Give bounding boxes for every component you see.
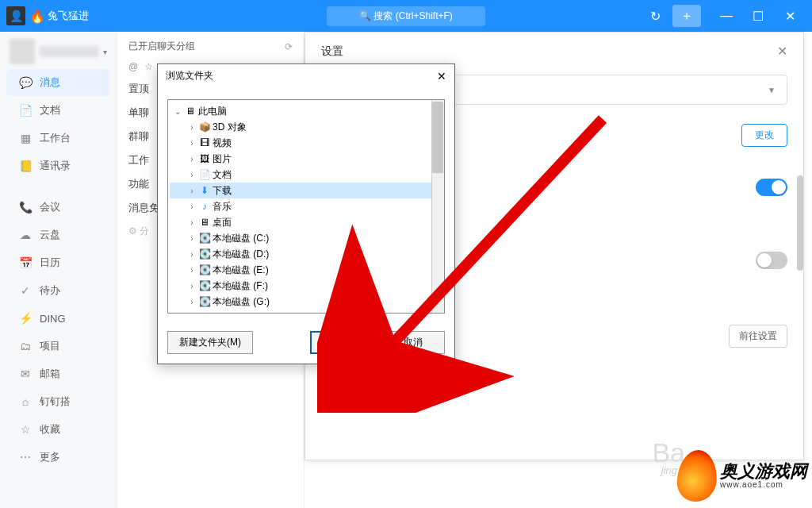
dialog-close-button[interactable]: ✕ <box>437 70 446 83</box>
at-filter[interactable]: @ <box>128 61 138 72</box>
username-blur <box>40 46 98 57</box>
tree-label: 本地磁盘 (F:) <box>213 279 268 293</box>
sidebar-item-3[interactable]: 📒通讯录 <box>6 152 110 179</box>
settings-title: 设置 <box>321 44 343 59</box>
tree-item-5[interactable]: ›♪音乐 <box>170 198 442 214</box>
tree-item-0[interactable]: ›📦3D 对象 <box>170 119 442 135</box>
nav-icon: ⌂ <box>19 395 32 408</box>
nav-label: 工作台 <box>40 131 71 145</box>
tree-item-11[interactable]: ›💽本地磁盘 (G:) <box>170 294 442 310</box>
scroll-thumb[interactable] <box>432 102 443 173</box>
tree-label: 下载 <box>213 184 232 198</box>
nav-icon: ⋯ <box>19 451 32 464</box>
search-placeholder: 搜索 (Ctrl+Shift+F) <box>373 10 452 21</box>
global-search[interactable]: 🔍 搜索 (Ctrl+Shift+F) <box>327 6 485 26</box>
tree-label: 本地磁盘 (C:) <box>213 232 269 245</box>
nav-label: 会议 <box>40 200 60 214</box>
tree-item-8[interactable]: ›💽本地磁盘 (D:) <box>170 246 442 262</box>
tree-item-7[interactable]: ›💽本地磁盘 (C:) <box>170 230 442 246</box>
expand-icon[interactable]: › <box>187 250 197 259</box>
tree-label: 桌面 <box>213 216 232 229</box>
expand-icon[interactable]: › <box>187 123 197 132</box>
tree-item-9[interactable]: ›💽本地磁盘 (E:) <box>170 262 442 278</box>
main-sidebar: ▾ 💬消息📄文档▦工作台📒通讯录📞会议☁云盘📅日历✓待办⚡DING🗂项目✉邮箱⌂… <box>0 32 117 508</box>
sidebar-item-10[interactable]: ✉邮箱 <box>6 360 110 387</box>
window-title: 兔飞猛进 <box>48 9 89 23</box>
computer-icon: 🖥 <box>184 105 197 117</box>
tree-item-2[interactable]: ›🖼图片 <box>170 151 442 167</box>
add-button[interactable]: ＋ <box>672 5 701 27</box>
titlebar-actions: ↻ ＋ — ☐ ✕ <box>641 0 806 32</box>
tree-label: 音乐 <box>213 200 232 214</box>
efficiency-settings-button[interactable]: 前往设置 <box>729 325 787 348</box>
expand-icon[interactable]: › <box>187 155 197 164</box>
settings-scrollbar[interactable] <box>797 175 803 271</box>
window-controls: — ☐ ✕ <box>710 0 806 32</box>
refresh-icon[interactable]: ⟳ <box>285 41 293 52</box>
sidebar-item-5[interactable]: ☁云盘 <box>6 221 110 248</box>
nav-label: 钉钉搭 <box>40 394 71 409</box>
conv-header: 已开启聊天分组 ⟳ <box>128 40 293 53</box>
cancel-button[interactable]: 取消 <box>381 331 445 354</box>
tree-item-3[interactable]: ›📄文档 <box>170 167 442 183</box>
expand-icon[interactable]: › <box>187 171 197 179</box>
sidebar-item-9[interactable]: 🗂项目 <box>6 333 110 360</box>
sidebar-user[interactable]: ▾ <box>0 35 117 68</box>
toggle-off[interactable] <box>756 252 787 269</box>
collapse-icon[interactable]: ⌄ <box>173 107 182 116</box>
user-avatar[interactable]: 👤 <box>6 6 25 25</box>
tree-item-6[interactable]: ›🖥桌面 <box>170 214 442 230</box>
app-titlebar: 👤 🔥 兔飞猛进 🔍 搜索 (Ctrl+Shift+F) ↻ ＋ — ☐ ✕ <box>0 0 812 32</box>
sidebar-item-8[interactable]: ⚡DING <box>6 305 110 332</box>
sidebar-item-6[interactable]: 📅日历 <box>6 249 110 276</box>
sidebar-item-12[interactable]: ☆收藏 <box>6 416 110 443</box>
tree-item-10[interactable]: ›💽本地磁盘 (F:) <box>170 278 442 294</box>
flame-icon <box>676 450 718 502</box>
maximize-button[interactable]: ☐ <box>742 0 774 32</box>
history-button[interactable]: ↻ <box>641 5 669 27</box>
change-button[interactable]: 更改 <box>741 124 787 147</box>
folder-icon: 🖥 <box>198 216 211 229</box>
expand-icon[interactable]: › <box>187 282 197 291</box>
sidebar-item-11[interactable]: ⌂钉钉搭 <box>6 388 110 415</box>
star-filter[interactable]: ☆ <box>144 61 153 72</box>
nav-label: 项目 <box>40 339 60 353</box>
settings-header: 设置 ✕ <box>321 44 787 59</box>
nav-icon: 📒 <box>19 160 32 172</box>
expand-icon[interactable]: › <box>187 218 197 227</box>
expand-icon[interactable]: › <box>187 202 197 211</box>
sidebar-item-0[interactable]: 💬消息 <box>6 69 110 96</box>
folder-icon: ⬇ <box>198 184 211 197</box>
settings-close-button[interactable]: ✕ <box>777 44 787 59</box>
folder-icon: 🎞 <box>198 137 211 149</box>
nav-label: 日历 <box>40 256 60 270</box>
toggle-on[interactable] <box>756 179 787 196</box>
nav-label: 收藏 <box>40 422 60 437</box>
expand-icon[interactable]: › <box>187 139 197 148</box>
tree-label: 图片 <box>213 152 232 166</box>
ok-button[interactable]: 确定 <box>310 331 373 354</box>
sidebar-item-13[interactable]: ⋯更多 <box>6 444 110 471</box>
nav-icon: 📞 <box>19 201 32 214</box>
tree-item-1[interactable]: ›🎞视频 <box>170 135 442 151</box>
expand-icon[interactable]: › <box>187 298 197 306</box>
expand-icon[interactable]: › <box>187 266 197 275</box>
nav-label: 消息 <box>40 75 60 90</box>
expand-icon[interactable]: › <box>187 234 197 243</box>
new-folder-button[interactable]: 新建文件夹(M) <box>167 331 253 354</box>
sidebar-item-1[interactable]: 📄文档 <box>6 97 110 124</box>
folder-browser-dialog: 浏览文件夹 ✕ ⌄🖥此电脑›📦3D 对象›🎞视频›🖼图片›📄文档›⬇下载›♪音乐… <box>157 64 455 364</box>
expand-icon[interactable]: › <box>187 187 197 195</box>
tree-root[interactable]: ⌄🖥此电脑 <box>170 103 442 119</box>
sidebar-item-4[interactable]: 📞会议 <box>6 194 110 221</box>
sidebar-item-7[interactable]: ✓待办 <box>6 277 110 304</box>
tree-item-4[interactable]: ›⬇下载 <box>170 183 442 198</box>
tree-scrollbar[interactable] <box>431 100 444 313</box>
folder-icon: 📄 <box>198 168 211 181</box>
avatar <box>10 39 35 64</box>
minimize-button[interactable]: — <box>710 0 742 32</box>
sidebar-item-2[interactable]: ▦工作台 <box>6 125 110 152</box>
folder-tree: ⌄🖥此电脑›📦3D 对象›🎞视频›🖼图片›📄文档›⬇下载›♪音乐›🖥桌面›💽本地… <box>167 99 445 314</box>
close-button[interactable]: ✕ <box>774 0 806 32</box>
nav-label: 云盘 <box>40 228 60 242</box>
